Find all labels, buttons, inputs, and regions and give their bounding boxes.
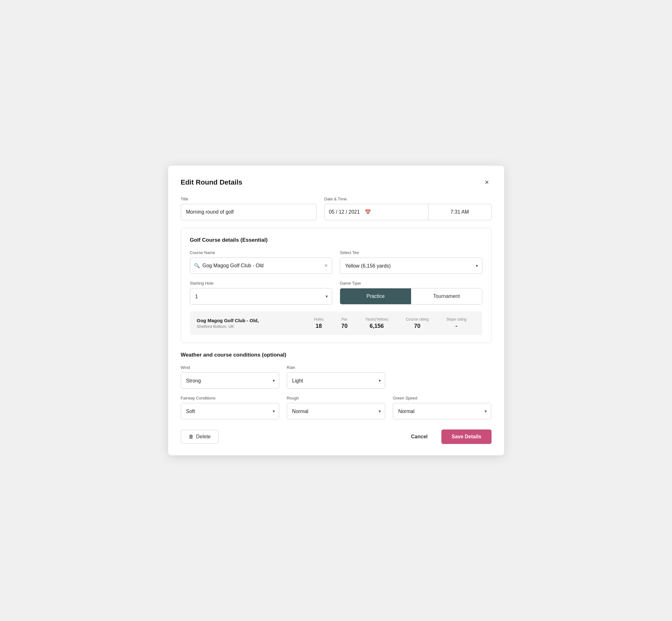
select-tee-dropdown[interactable]: Yellow (6,156 yards) White (6,500 yards)… [340, 257, 482, 274]
edit-round-modal: Edit Round Details × Title Date & Time 0… [168, 166, 504, 455]
search-icon: 🔍 [194, 263, 200, 268]
title-field-group: Title [181, 197, 317, 220]
rain-spacer [393, 365, 491, 389]
date-value: 05 / 12 / 2021 [329, 209, 360, 215]
holes-label: Holes [314, 317, 324, 322]
golf-section-title: Golf Course details (Essential) [190, 237, 482, 243]
wind-rain-row: Wind NoneLightModerateStrong ▾ Rain None… [181, 365, 492, 389]
close-button[interactable]: × [482, 177, 492, 188]
rough-select-wrap: SoftNormalHard ▾ [287, 403, 385, 419]
clear-icon[interactable]: ✕ [324, 263, 328, 268]
fairway-col: Fairway Conditions SoftNormalHard ▾ [181, 396, 279, 419]
calendar-icon: 📅 [365, 209, 371, 215]
rain-select-wrap: NoneLightModerateHeavy ▾ [287, 372, 385, 389]
course-rating-label: Course rating [406, 317, 428, 322]
course-rating-value: 70 [414, 323, 420, 329]
modal-title: Edit Round Details [181, 178, 243, 187]
course-location: Shelford Bottom, UK [197, 324, 305, 329]
par-value: 70 [341, 323, 348, 329]
modal-footer: 🗑 Delete Cancel Save Details [181, 429, 492, 444]
cancel-button[interactable]: Cancel [406, 430, 432, 443]
game-type-toggle: Practice Tournament [340, 288, 482, 304]
starting-hole-gametype-row: Starting Hole 1234 5678 910 ▾ Game Type … [190, 281, 482, 304]
green-speed-select-wrap: SlowNormalFast ▾ [393, 403, 491, 419]
course-name-label: Course Name [190, 250, 333, 255]
rough-label: Rough [287, 396, 385, 401]
rain-col: Rain NoneLightModerateHeavy ▾ [287, 365, 385, 389]
par-stat: Par 70 [333, 317, 356, 329]
wind-label: Wind [181, 365, 279, 370]
rough-col: Rough SoftNormalHard ▾ [287, 396, 385, 419]
wind-dropdown[interactable]: NoneLightModerateStrong [181, 372, 279, 389]
game-type-label: Game Type [340, 281, 482, 286]
datetime-label: Date & Time [324, 197, 492, 201]
course-info-strip: Gog Magog Golf Club - Old, Shelford Bott… [190, 312, 482, 335]
course-name-bold: Gog Magog Golf Club - Old, [197, 318, 305, 323]
yards-label: Yards(Yellow) [365, 317, 388, 322]
green-speed-col: Green Speed SlowNormalFast ▾ [393, 396, 491, 419]
slope-rating-value: - [455, 323, 457, 329]
wind-select-wrap: NoneLightModerateStrong ▾ [181, 372, 279, 389]
green-speed-dropdown[interactable]: SlowNormalFast [393, 403, 491, 419]
starting-hole-col: Starting Hole 1234 5678 910 ▾ [190, 281, 333, 304]
holes-value: 18 [316, 323, 322, 329]
select-tee-label: Select Tee [340, 250, 482, 255]
slope-rating-label: Slope rating [446, 317, 466, 322]
course-name-input[interactable] [203, 263, 322, 268]
rough-dropdown[interactable]: SoftNormalHard [287, 403, 385, 419]
yards-value: 6,156 [370, 323, 384, 329]
golf-course-section: Golf Course details (Essential) Course N… [181, 228, 492, 343]
course-info-name: Gog Magog Golf Club - Old, Shelford Bott… [197, 318, 305, 329]
weather-section: Weather and course conditions (optional)… [181, 352, 492, 419]
rain-dropdown[interactable]: NoneLightModerateHeavy [287, 372, 385, 389]
starting-hole-wrap: 1234 5678 910 ▾ [190, 288, 333, 304]
tournament-button[interactable]: Tournament [411, 288, 482, 304]
rain-label: Rain [287, 365, 385, 370]
starting-hole-dropdown[interactable]: 1234 5678 910 [190, 288, 333, 304]
trash-icon: 🗑 [189, 434, 194, 440]
course-name-tee-row: Course Name 🔍 ✕ Select Tee Yellow (6,156… [190, 250, 482, 274]
title-datetime-row: Title Date & Time 05 / 12 / 2021 📅 7:31 … [181, 197, 492, 220]
date-input-wrap[interactable]: 05 / 12 / 2021 📅 [324, 204, 428, 220]
datetime-inputs: 05 / 12 / 2021 📅 7:31 AM [324, 204, 492, 220]
par-label: Par [341, 317, 347, 322]
title-label: Title [181, 197, 317, 201]
weather-title: Weather and course conditions (optional) [181, 352, 492, 358]
select-tee-wrap: Yellow (6,156 yards) White (6,500 yards)… [340, 257, 482, 274]
save-button[interactable]: Save Details [442, 429, 491, 444]
delete-label: Delete [196, 434, 211, 440]
fairway-rough-green-row: Fairway Conditions SoftNormalHard ▾ Roug… [181, 396, 492, 419]
time-input-wrap[interactable]: 7:31 AM [428, 204, 492, 220]
time-value: 7:31 AM [451, 209, 469, 215]
game-type-col: Game Type Practice Tournament [340, 281, 482, 304]
fairway-label: Fairway Conditions [181, 396, 279, 401]
slope-rating-stat: Slope rating - [437, 317, 475, 329]
course-rating-stat: Course rating 70 [397, 317, 437, 329]
practice-button[interactable]: Practice [340, 288, 411, 304]
fairway-select-wrap: SoftNormalHard ▾ [181, 403, 279, 419]
course-name-input-wrap[interactable]: 🔍 ✕ [190, 257, 333, 274]
datetime-field-group: Date & Time 05 / 12 / 2021 📅 7:31 AM [324, 197, 492, 220]
modal-header: Edit Round Details × [181, 177, 492, 188]
starting-hole-label: Starting Hole [190, 281, 333, 286]
select-tee-col: Select Tee Yellow (6,156 yards) White (6… [340, 250, 482, 274]
green-speed-label: Green Speed [393, 396, 491, 401]
fairway-dropdown[interactable]: SoftNormalHard [181, 403, 279, 419]
course-name-col: Course Name 🔍 ✕ [190, 250, 333, 274]
delete-button[interactable]: 🗑 Delete [181, 430, 219, 444]
wind-col: Wind NoneLightModerateStrong ▾ [181, 365, 279, 389]
footer-right: Cancel Save Details [406, 429, 492, 444]
title-input[interactable] [181, 204, 317, 220]
yards-stat: Yards(Yellow) 6,156 [356, 317, 397, 329]
holes-stat: Holes 18 [305, 317, 333, 329]
